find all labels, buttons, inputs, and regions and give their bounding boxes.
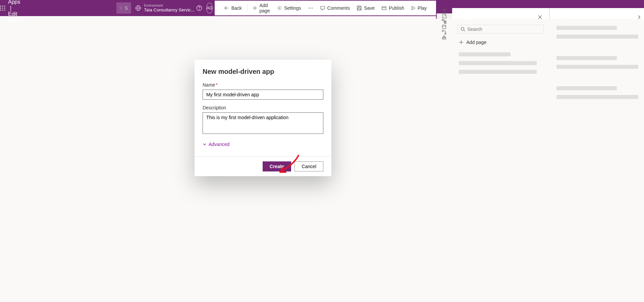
svg-point-32 bbox=[442, 25, 446, 26]
properties-panel: App bbox=[549, 8, 644, 19]
close-icon bbox=[538, 15, 542, 19]
header-right: Environment Tata Consultancy Servic... A… bbox=[131, 0, 214, 16]
svg-point-6 bbox=[0, 10, 1, 11]
advanced-toggle[interactable]: Advanced bbox=[203, 140, 323, 148]
notifications-button[interactable]: AG bbox=[199, 0, 215, 16]
environment-picker[interactable]: Environment Tata Consultancy Servic... bbox=[131, 4, 198, 12]
global-search[interactable] bbox=[116, 2, 131, 14]
hamburger-icon bbox=[441, 8, 447, 13]
plus-icon bbox=[253, 6, 257, 10]
rail-data-button[interactable] bbox=[436, 24, 452, 30]
svg-point-34 bbox=[445, 33, 446, 34]
avatar[interactable]: AG bbox=[206, 3, 213, 13]
globe-icon bbox=[135, 5, 141, 11]
publish-label: Publish bbox=[389, 5, 404, 11]
svg-point-15 bbox=[199, 9, 199, 10]
page-icon bbox=[442, 13, 447, 19]
cancel-button[interactable]: Cancel bbox=[294, 161, 323, 171]
rail-automation-button[interactable] bbox=[436, 30, 452, 35]
add-page-tree-label: Add page bbox=[466, 40, 486, 45]
waffle-icon bbox=[0, 5, 5, 11]
svg-point-3 bbox=[0, 8, 1, 9]
pages-search-input[interactable] bbox=[467, 27, 541, 32]
name-label: Name* bbox=[203, 82, 323, 88]
publish-icon bbox=[381, 5, 387, 11]
rail-virtual-agent-button[interactable] bbox=[436, 35, 452, 40]
environment-name: Tata Consultancy Servic... bbox=[144, 7, 194, 12]
svg-point-7 bbox=[2, 10, 3, 11]
more-icon bbox=[308, 5, 313, 11]
create-button[interactable]: Create bbox=[263, 161, 291, 171]
add-page-label: Add page bbox=[259, 3, 270, 13]
more-button[interactable] bbox=[305, 3, 317, 13]
skeleton-line bbox=[459, 61, 536, 65]
skeleton-line bbox=[556, 65, 638, 69]
breadcrumb: Power Apps | Edit App bbox=[5, 0, 26, 23]
pages-panel: Pages Add page bbox=[452, 8, 549, 19]
app-launcher-button[interactable] bbox=[0, 0, 5, 16]
add-page-tree-button[interactable]: Add page bbox=[458, 37, 544, 48]
skeleton-line bbox=[459, 52, 511, 56]
svg-rect-24 bbox=[382, 7, 386, 10]
skeleton-line bbox=[556, 56, 617, 60]
skeleton-line bbox=[556, 26, 617, 30]
svg-point-21 bbox=[312, 7, 312, 8]
svg-point-19 bbox=[308, 7, 309, 8]
app-header: Power Apps | Edit App Environment Tata C… bbox=[0, 0, 644, 16]
rail-pages-button[interactable] bbox=[436, 13, 452, 19]
save-button[interactable]: Save bbox=[353, 3, 378, 13]
skeleton-line bbox=[556, 95, 638, 99]
svg-rect-30 bbox=[445, 21, 446, 22]
database-icon bbox=[441, 24, 447, 30]
pages-panel-close-button[interactable] bbox=[536, 13, 544, 21]
new-app-dialog: New model-driven app Name* Description A… bbox=[195, 60, 331, 176]
skeleton-line bbox=[459, 70, 536, 74]
brand-name[interactable]: Power Apps bbox=[8, 0, 23, 5]
save-icon bbox=[357, 5, 362, 11]
description-label: Description bbox=[203, 105, 323, 110]
help-button[interactable] bbox=[196, 0, 202, 16]
play-label: Play bbox=[418, 5, 427, 11]
svg-point-33 bbox=[442, 30, 443, 32]
play-button[interactable]: Play bbox=[408, 3, 430, 13]
name-field[interactable] bbox=[203, 90, 323, 100]
page-title: Edit App bbox=[8, 11, 17, 23]
save-label: Save bbox=[364, 5, 375, 11]
comments-button[interactable]: Comments bbox=[317, 3, 354, 13]
breadcrumb-separator: | bbox=[10, 5, 11, 11]
skeleton-line bbox=[556, 35, 638, 39]
settings-button[interactable]: Settings bbox=[273, 3, 305, 13]
arrow-left-icon bbox=[224, 5, 229, 11]
svg-point-37 bbox=[444, 38, 445, 38]
svg-point-18 bbox=[279, 7, 280, 9]
properties-panel-expand-button[interactable] bbox=[637, 15, 641, 19]
svg-point-1 bbox=[2, 6, 3, 7]
gear-icon bbox=[277, 5, 282, 11]
properties-panel-title: App bbox=[555, 13, 567, 20]
svg-rect-23 bbox=[358, 8, 361, 10]
rail-navigation-button[interactable] bbox=[436, 19, 452, 24]
tree-icon bbox=[441, 19, 447, 24]
chevron-down-icon bbox=[203, 142, 207, 146]
svg-line-10 bbox=[121, 8, 122, 9]
add-page-button[interactable]: Add page bbox=[249, 1, 273, 15]
flow-icon bbox=[441, 30, 447, 35]
pages-search[interactable] bbox=[458, 25, 544, 34]
search-input[interactable] bbox=[125, 5, 128, 11]
description-field[interactable] bbox=[203, 112, 323, 134]
svg-point-42 bbox=[461, 28, 464, 31]
search-icon bbox=[461, 27, 465, 32]
chevron-right-icon bbox=[637, 15, 641, 19]
bot-icon bbox=[441, 35, 447, 40]
svg-point-0 bbox=[0, 6, 1, 7]
dialog-title: New model-driven app bbox=[203, 68, 323, 76]
comments-label: Comments bbox=[327, 5, 350, 11]
publish-button[interactable]: Publish bbox=[378, 3, 408, 13]
back-label: Back bbox=[231, 5, 242, 11]
plus-icon bbox=[459, 40, 464, 45]
svg-point-4 bbox=[2, 8, 3, 9]
back-button[interactable]: Back bbox=[221, 3, 245, 13]
rail-hamburger-button[interactable] bbox=[436, 8, 452, 13]
svg-point-9 bbox=[120, 7, 121, 9]
play-icon bbox=[411, 6, 416, 10]
